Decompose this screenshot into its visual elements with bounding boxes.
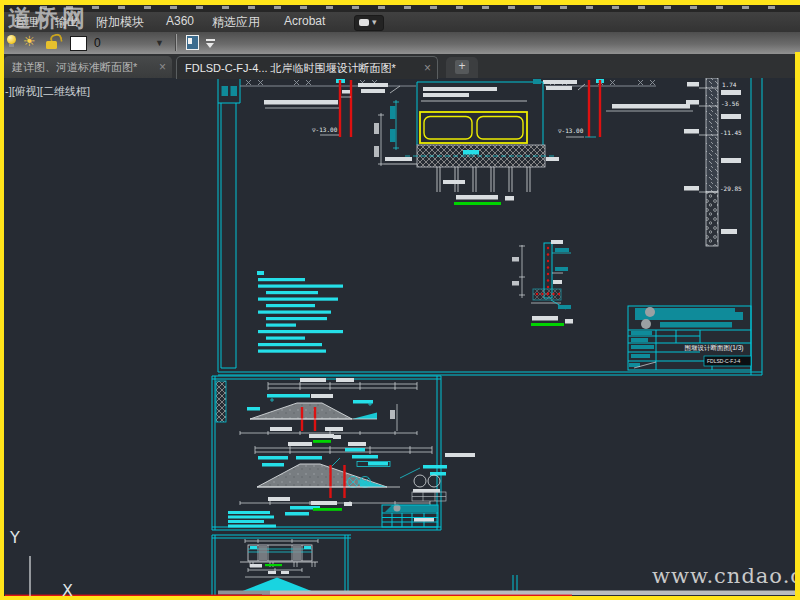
titleblock-drawing-number: FDLSD-C-FJ-4 <box>707 358 740 364</box>
menu-item-a360[interactable]: A360 <box>166 14 194 28</box>
menu-item-addins[interactable]: 附加模块 <box>96 14 144 31</box>
borehole-elevation: -11.45 <box>720 130 742 136</box>
layer-combo-value[interactable]: 0 <box>94 36 101 50</box>
logo-watermark: 道桥网 <box>8 3 89 34</box>
viewport-controls-label[interactable]: -][俯视][二维线框] <box>5 84 90 99</box>
unlock-icon <box>46 41 57 49</box>
layer-color-swatch[interactable] <box>70 36 87 51</box>
menu-item-featured[interactable]: 精选应用 <box>212 14 260 31</box>
borehole-elevation: -3.56 <box>721 101 739 107</box>
sheet2 <box>212 376 475 530</box>
flyout-icon <box>206 39 215 41</box>
notes-block <box>257 271 343 353</box>
pile-elevation-left: ▽-13.00 <box>312 127 337 133</box>
file-tab-active[interactable]: FDLSD-C-FJ-4... 北岸临时围堰设计断面图* × <box>176 56 438 79</box>
toolbar-separator <box>175 34 177 51</box>
file-tab-inactive[interactable]: 建详图、河道标准断面图* × <box>4 56 172 78</box>
layer-on-bulb-icon[interactable] <box>7 35 16 44</box>
ribbon-display-button[interactable]: ▾ <box>354 15 384 31</box>
borehole-elevation: -29.85 <box>720 186 742 192</box>
frame-border-right <box>795 52 800 600</box>
autocad-window: ▽-13.00 ▽-13.00 1.74 -3.56 -11.45 -29.85… <box>0 0 800 600</box>
freeze-sun-icon[interactable]: ☀ <box>23 33 36 49</box>
menu-item-acrobat[interactable]: Acrobat <box>284 14 325 28</box>
wall-detail <box>512 240 573 326</box>
frame-border-left <box>0 0 4 600</box>
layers-toolbar: ☀ 0 ▼ <box>0 32 800 55</box>
chevron-down-icon: ▾ <box>372 17 377 27</box>
close-icon[interactable]: × <box>424 61 431 75</box>
titleblock-drawing-title: 围堰设计断面图(1/3) <box>676 344 752 353</box>
frame-border-top <box>0 0 800 5</box>
window-icon <box>359 19 369 26</box>
file-tab-label: FDLSD-C-FJ-4... 北岸临时围堰设计断面图* <box>185 61 396 76</box>
frame-border-bottom <box>0 596 800 600</box>
ucs-y-label: Y <box>10 528 20 547</box>
borehole-elevation: 1.74 <box>722 82 736 88</box>
menu-bar: 管理 输出 附加模块 A360 精选应用 Acrobat ▾ <box>0 12 800 32</box>
new-tab-button[interactable]: + <box>446 57 478 78</box>
cad-drawing-layer[interactable] <box>0 0 800 600</box>
center-dimensions <box>374 100 399 166</box>
site-watermark: www.cndao.com <box>652 564 800 588</box>
file-tab-bar: 建详图、河道标准断面图* × FDLSD-C-FJ-4... 北岸临时围堰设计断… <box>0 54 800 78</box>
layer-properties-button[interactable] <box>183 33 202 52</box>
close-icon[interactable]: × <box>159 60 166 74</box>
pile-elevation-right: ▽-13.00 <box>558 128 583 134</box>
layer-on-bulb-icon <box>9 44 14 47</box>
sheet3 <box>212 535 351 596</box>
file-tab-label: 建详图、河道标准断面图* <box>12 60 137 75</box>
layer-palette-icon <box>188 38 192 44</box>
cofferdam-structure <box>384 79 559 205</box>
plus-icon: + <box>455 60 469 74</box>
ground-hatch <box>240 80 656 86</box>
layer-combo-dropdown-icon[interactable]: ▼ <box>155 38 164 48</box>
ribbon-dashes <box>40 6 780 9</box>
flyout-icon <box>206 43 214 52</box>
toolbar-flyout-button[interactable] <box>206 39 215 49</box>
